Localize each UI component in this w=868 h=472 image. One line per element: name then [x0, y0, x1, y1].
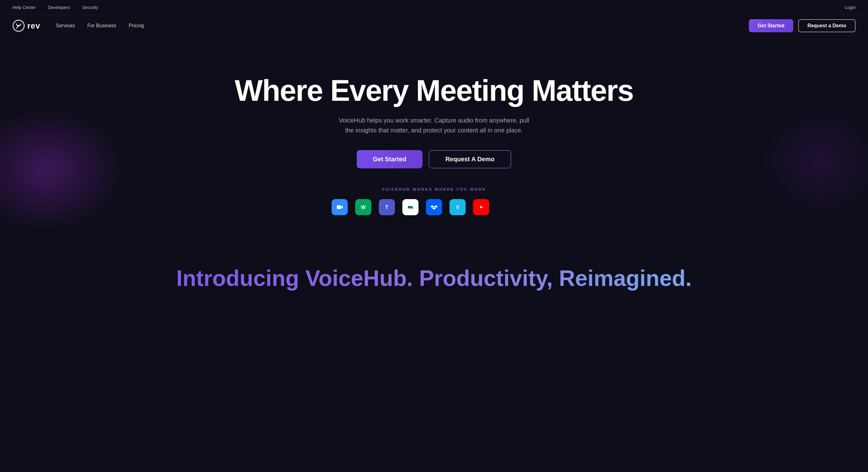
nav-for-business[interactable]: For Business [87, 23, 116, 28]
hero-get-started-button[interactable]: Get Started [357, 150, 423, 168]
hero-section: Where Every Meeting Matters VoiceHub hel… [0, 37, 868, 248]
intro-section: Introducing VoiceHub. Productivity, Reim… [0, 248, 868, 303]
youtube-icon[interactable] [473, 199, 489, 215]
teams-icon[interactable]: T [379, 199, 395, 215]
help-center-link[interactable]: Help Center [12, 5, 36, 10]
integration-icons: W T V 🤖 [332, 199, 536, 215]
hero-subtitle: VoiceHub helps you work smarter. Capture… [338, 115, 530, 135]
nav-left: rev Services For Business Pricing [12, 20, 144, 32]
nav-services[interactable]: Services [56, 23, 75, 28]
google-meet-icon[interactable] [402, 199, 418, 215]
top-bar-links: Help Center Developers Security [12, 5, 98, 10]
developers-link[interactable]: Developers [48, 5, 70, 10]
svg-text:V: V [456, 205, 459, 210]
login-link[interactable]: Login [845, 5, 856, 10]
nav-request-demo-button[interactable]: Request a Demo [798, 19, 856, 32]
rev-logo-icon [12, 20, 25, 32]
hero-title: Where Every Meeting Matters [235, 75, 633, 106]
svg-text:🍎: 🍎 [522, 201, 535, 214]
svg-point-1 [18, 25, 20, 27]
nav-right: Get Started Request a Demo [749, 19, 856, 32]
svg-text:W: W [361, 205, 366, 210]
integrations-label: VOICEHUB WORKS WHERE YOU WORK [332, 187, 536, 192]
integrations-section: VOICEHUB WORKS WHERE YOU WORK W T [332, 187, 536, 215]
zoom-icon[interactable] [332, 199, 348, 215]
webex-icon[interactable]: W [355, 199, 371, 215]
svg-text:T: T [385, 205, 389, 210]
hero-request-demo-button[interactable]: Request A Demo [429, 150, 512, 168]
dropbox-icon[interactable] [426, 199, 442, 215]
vimeo-icon[interactable]: V [450, 199, 466, 215]
nav-get-started-button[interactable]: Get Started [749, 19, 793, 32]
security-link[interactable]: Security [83, 5, 98, 10]
svg-rect-8 [408, 206, 409, 209]
logo[interactable]: rev [12, 20, 40, 32]
hero-buttons: Get Started Request A Demo [357, 150, 511, 168]
apple-icon[interactable]: 🍎 [520, 199, 536, 215]
nav-pricing[interactable]: Pricing [129, 23, 144, 28]
svg-text:🤖: 🤖 [498, 201, 512, 214]
intro-title: Introducing VoiceHub. Productivity, Reim… [12, 266, 856, 291]
top-bar: Help Center Developers Security Login [0, 0, 868, 15]
main-nav: rev Services For Business Pricing Get St… [0, 15, 868, 37]
logo-text: rev [27, 21, 40, 31]
nav-links: Services For Business Pricing [56, 23, 144, 29]
android-icon[interactable]: 🤖 [497, 199, 513, 215]
